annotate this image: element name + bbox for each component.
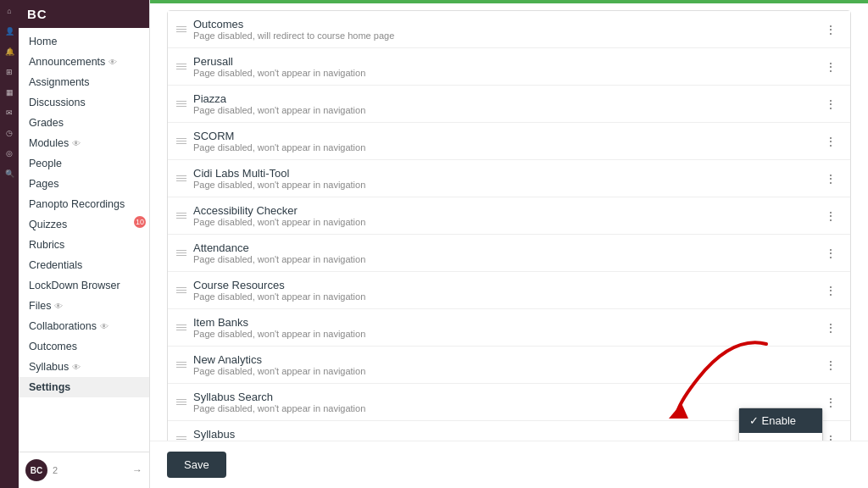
sidebar-item-modules[interactable]: Modules 👁 [19,133,149,153]
sidebar-item-collaborations[interactable]: Collaborations 👁 [19,316,149,336]
nav-item-menu-button[interactable]: ⋮ [820,205,842,227]
nav-list-item: Item BanksPage disabled, won't appear in… [168,309,850,347]
sidebar-item-lockdown-browser[interactable]: LockDown Browser [19,275,149,296]
nav-item-info: SCORMPage disabled, won't appear in navi… [193,130,820,152]
sidebar-item-label: Syllabus [29,361,69,373]
sidebar-item-label: Files [29,300,51,312]
sidebar-item-syllabus[interactable]: Syllabus 👁 [19,357,149,377]
nav-item-menu-button[interactable]: ⋮ [820,93,842,115]
drag-handle-icon[interactable] [176,362,186,368]
drag-handle-icon[interactable] [176,138,186,144]
notification-badge: 10 [134,216,146,228]
icon-bar-calendar[interactable]: ▦ [2,85,17,100]
sidebar-item-home[interactable]: Home [19,31,149,52]
sidebar-item-outcomes[interactable]: Outcomes [19,336,149,357]
drag-handle-icon[interactable] [176,324,186,330]
sidebar-item-discussions[interactable]: Discussions [19,92,149,113]
icon-bar-search[interactable]: 🔍 [2,166,17,181]
sidebar-item-label: Modules [29,137,69,149]
icon-bar: ⌂ 👤 🔔 ⊞ ▦ ✉ ◷ ◎ 🔍 [0,0,19,488]
save-button[interactable]: Save [167,452,226,478]
nav-list-item: AttendancePage disabled, won't appear in… [168,235,850,272]
dropdown-enable-item[interactable]: ✓ Enable [739,408,822,433]
nav-item-name: Outcomes [193,18,820,30]
nav-list-item: PerusallPage disabled, won't appear in n… [168,48,850,86]
icon-bar-inbox[interactable]: ✉ [2,105,17,120]
icon-bar-bell[interactable]: 🔔 [2,44,17,59]
sidebar-item-eye-icon: 👁 [100,322,108,331]
content-area: OutcomesPage disabled, will redirect to … [150,3,868,441]
sidebar-item-label: Discussions [29,97,86,108]
sidebar-item-grades[interactable]: Grades [19,113,149,133]
sidebar-item-announcements[interactable]: Announcements 👁 [19,52,149,72]
save-area: Save [150,441,868,488]
nav-item-menu-button[interactable]: ⋮ [820,242,842,264]
nav-list-item: Accessibility CheckerPage disabled, won'… [168,197,850,235]
nav-item-name: Attendance [193,241,820,254]
icon-bar-history[interactable]: ◷ [2,125,17,141]
nav-item-name: New Analytics [193,353,820,366]
sidebar-item-assignments[interactable]: Assignments [19,72,149,92]
sidebar-bottom-avatar[interactable]: BC [25,459,47,481]
nav-list-item: SCORMPage disabled, won't appear in navi… [168,123,850,160]
nav-item-status: Page disabled, won't appear in navigatio… [193,366,820,376]
drag-handle-icon[interactable] [176,250,186,256]
nav-item-menu-button[interactable]: ⋮ [820,280,842,302]
sidebar-item-quizzes[interactable]: Quizzes10 [19,214,149,235]
drag-handle-icon[interactable] [176,26,186,32]
nav-item-name: Cidi Labs Multi-Tool [193,167,820,180]
sidebar-item-label: Pages [29,178,58,190]
sidebar-item-label: Announcements [29,56,105,68]
nav-item-status: Page disabled, won't appear in navigatio… [193,329,820,339]
nav-item-menu-button[interactable]: ⋮ [820,168,842,190]
drag-handle-icon[interactable] [176,175,186,181]
icon-bar-circle[interactable]: ◎ [2,146,17,161]
nav-item-menu-button[interactable]: ⋮ [820,56,842,78]
nav-item-info: New AnalyticsPage disabled, won't appear… [193,353,820,376]
sidebar-item-credentials[interactable]: Credentials [19,255,149,275]
sidebar-item-label: LockDown Browser [29,280,120,291]
nav-item-info: Accessibility CheckerPage disabled, won'… [193,204,820,227]
nav-list-item: OutcomesPage disabled, will redirect to … [168,11,850,48]
nav-item-status: Page disabled, won't appear in navigatio… [193,217,820,227]
sidebar-item-settings[interactable]: Settings [19,377,149,397]
nav-item-info: SyllabusPage disabled, will redirect to … [193,428,820,441]
sidebar-item-pages[interactable]: Pages [19,174,149,194]
drag-handle-icon[interactable] [176,213,186,219]
nav-item-menu-button[interactable]: ⋮ [820,19,842,41]
sidebar-item-label: Rubrics [29,239,64,251]
icon-bar-home[interactable]: ⌂ [2,3,17,19]
dropdown-move-item[interactable]: ↑ Move [739,433,822,441]
nav-item-dropdown-popup: ✓ Enable↑ Move [738,408,823,441]
nav-item-info: AttendancePage disabled, won't appear in… [193,241,820,264]
sidebar-item-label: People [29,158,62,169]
nav-item-menu-button[interactable]: ⋮ [820,317,842,339]
nav-item-info: OutcomesPage disabled, will redirect to … [193,18,820,41]
nav-item-status: Page disabled, won't appear in navigatio… [193,254,820,264]
drag-handle-icon[interactable] [176,101,186,107]
nav-item-info: Syllabus SearchPage disabled, won't appe… [193,391,820,413]
nav-item-info: PiazzaPage disabled, won't appear in nav… [193,92,820,115]
sidebar-item-people[interactable]: People [19,153,149,174]
nav-item-status: Page disabled, won't appear in navigatio… [193,180,820,190]
nav-item-name: SCORM [193,130,820,142]
drag-handle-icon[interactable] [176,399,186,405]
nav-item-menu-button[interactable]: ⋮ [820,354,842,376]
sidebar-bottom-arrow[interactable]: → [132,464,142,476]
sidebar-item-files[interactable]: Files 👁 [19,296,149,316]
icon-bar-user[interactable]: 👤 [2,24,17,39]
nav-item-name: Course Resources [193,279,820,291]
drag-handle-icon[interactable] [176,287,186,293]
nav-item-info: Item BanksPage disabled, won't appear in… [193,316,820,339]
icon-bar-grid[interactable]: ⊞ [2,64,17,80]
sidebar-item-label: Outcomes [29,341,77,352]
sidebar-item-rubrics[interactable]: Rubrics [19,235,149,255]
sidebar-item-label: Panopto Recordings [29,198,125,210]
nav-item-menu-button[interactable]: ⋮ [820,130,842,152]
nav-item-status: Page disabled, won't appear in navigatio… [193,291,820,302]
sidebar-item-label: Collaborations [29,320,97,332]
sidebar-item-panopto-recordings[interactable]: Panopto Recordings [19,194,149,214]
drag-handle-icon[interactable] [176,436,186,441]
drag-handle-icon[interactable] [176,64,186,69]
nav-item-name: Perusall [193,55,820,68]
